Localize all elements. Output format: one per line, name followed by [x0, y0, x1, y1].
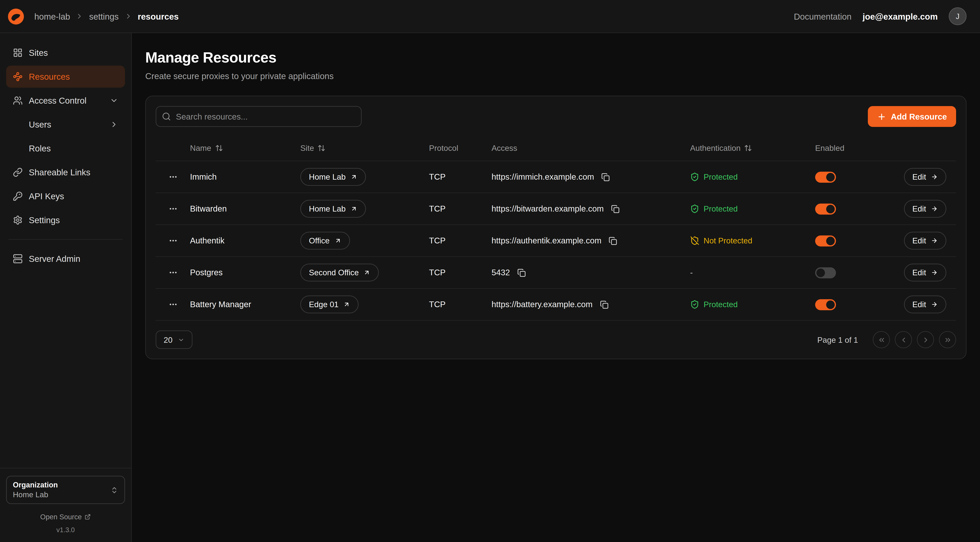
- edit-button[interactable]: Edit: [904, 200, 946, 218]
- auth-status: Not Protected: [690, 236, 815, 245]
- ellipsis-icon: [168, 236, 178, 245]
- user-email[interactable]: joe@example.com: [862, 11, 938, 21]
- arrow-right-icon: [931, 174, 938, 180]
- app-logo-icon[interactable]: [7, 8, 24, 25]
- column-header-name[interactable]: Name: [190, 143, 300, 153]
- protocol-value: TCP: [429, 268, 492, 277]
- enabled-toggle[interactable]: [815, 203, 836, 214]
- chevrons-up-down-icon: [110, 486, 118, 494]
- copy-button[interactable]: [516, 267, 527, 278]
- sidebar: Sites Resources Access Control Users Rol…: [0, 33, 132, 542]
- copy-button[interactable]: [610, 203, 621, 214]
- enabled-toggle[interactable]: [815, 267, 836, 278]
- row-menu-button[interactable]: [166, 202, 180, 216]
- column-header-site[interactable]: Site: [300, 143, 429, 153]
- resource-name: Postgres: [190, 268, 300, 277]
- last-page-button[interactable]: [939, 331, 956, 348]
- table-row: Postgres Second Office TCP 5432 - Edit: [156, 257, 956, 289]
- search-input[interactable]: [156, 106, 361, 127]
- sidebar-item-label: Access Control: [29, 96, 86, 105]
- row-menu-button[interactable]: [166, 297, 180, 311]
- waypoints-icon: [13, 72, 23, 81]
- sidebar-item-shareable-links[interactable]: Shareable Links: [6, 161, 125, 183]
- edit-button[interactable]: Edit: [904, 168, 946, 186]
- auth-status-label: Protected: [703, 204, 738, 214]
- site-link[interactable]: Home Lab: [300, 200, 366, 218]
- add-resource-button[interactable]: Add Resource: [868, 106, 956, 127]
- sidebar-item-users[interactable]: Users: [6, 113, 125, 136]
- breadcrumb-separator-icon: [76, 12, 84, 20]
- arrow-right-icon: [931, 269, 938, 276]
- access-url: https://battery.example.com: [492, 300, 592, 309]
- sort-icon: [215, 144, 223, 152]
- page-size-select[interactable]: 20: [156, 330, 192, 349]
- column-header-access: Access: [492, 143, 690, 153]
- gear-icon: [13, 215, 23, 225]
- arrow-right-icon: [931, 206, 938, 212]
- organization-label: Organization: [13, 481, 58, 489]
- first-page-button[interactable]: [873, 331, 890, 348]
- site-link[interactable]: Second Office: [300, 264, 379, 281]
- site-link-label: Office: [309, 236, 329, 245]
- plus-icon: [877, 112, 886, 121]
- topbar: home-lab settings resources Documentatio…: [0, 0, 980, 33]
- auth-status: -: [690, 268, 815, 277]
- edit-button[interactable]: Edit: [904, 295, 946, 313]
- table-header-row: Name Site Protocol Access: [156, 136, 956, 161]
- access-url: https://authentik.example.com: [492, 236, 601, 245]
- arrow-up-right-icon: [334, 237, 341, 244]
- row-menu-button[interactable]: [166, 266, 180, 280]
- sidebar-item-label: Shareable Links: [29, 167, 90, 177]
- copy-button[interactable]: [600, 172, 611, 182]
- open-source-link[interactable]: Open Source: [6, 513, 125, 521]
- protocol-value: TCP: [429, 300, 492, 309]
- arrow-up-right-icon: [350, 206, 357, 212]
- breadcrumb-settings[interactable]: settings: [89, 11, 119, 21]
- chevron-left-icon: [899, 336, 907, 344]
- avatar-initial: J: [956, 12, 959, 21]
- link-icon: [13, 167, 23, 177]
- shield-check-icon: [690, 300, 699, 309]
- sidebar-item-roles[interactable]: Roles: [6, 137, 125, 159]
- sidebar-item-access-control[interactable]: Access Control: [6, 89, 125, 112]
- copy-button[interactable]: [608, 235, 619, 246]
- sidebar-nav: Sites Resources Access Control Users Rol…: [0, 33, 131, 468]
- enabled-toggle[interactable]: [815, 235, 836, 246]
- arrow-right-icon: [931, 301, 938, 308]
- organization-selector[interactable]: Organization Home Lab: [6, 476, 125, 504]
- ellipsis-icon: [168, 300, 178, 309]
- row-menu-button[interactable]: [166, 234, 180, 248]
- page-subtitle: Create secure proxies to your private ap…: [145, 71, 967, 81]
- site-link[interactable]: Home Lab: [300, 168, 366, 186]
- copy-button[interactable]: [598, 299, 609, 310]
- edit-button[interactable]: Edit: [904, 232, 946, 250]
- sidebar-item-sites[interactable]: Sites: [6, 42, 125, 64]
- key-icon: [13, 191, 23, 201]
- site-link[interactable]: Office: [300, 232, 350, 250]
- row-menu-button[interactable]: [166, 170, 180, 184]
- sidebar-item-resources[interactable]: Resources: [6, 65, 125, 88]
- enabled-toggle[interactable]: [815, 299, 836, 310]
- column-header-label: Site: [300, 143, 314, 153]
- column-header-authentication[interactable]: Authentication: [690, 143, 815, 153]
- next-page-button[interactable]: [917, 331, 934, 348]
- site-link[interactable]: Edge 01: [300, 295, 359, 313]
- sidebar-item-settings[interactable]: Settings: [6, 209, 125, 231]
- enabled-toggle[interactable]: [815, 172, 836, 182]
- edit-button[interactable]: Edit: [904, 264, 946, 281]
- prev-page-button[interactable]: [895, 331, 912, 348]
- sidebar-item-api-keys[interactable]: API Keys: [6, 185, 125, 207]
- documentation-link[interactable]: Documentation: [794, 11, 852, 21]
- breadcrumb-separator-icon: [124, 12, 132, 20]
- sidebar-item-label: Sites: [29, 48, 48, 57]
- shield-check-icon: [690, 172, 699, 182]
- breadcrumb-org[interactable]: home-lab: [34, 11, 70, 21]
- sidebar-item-server-admin[interactable]: Server Admin: [6, 248, 125, 270]
- edit-button-label: Edit: [912, 300, 926, 309]
- page-label: Page 1 of 1: [818, 335, 858, 344]
- avatar[interactable]: J: [949, 7, 967, 25]
- copy-icon: [609, 236, 617, 245]
- external-link-icon: [85, 514, 91, 520]
- auth-status: Protected: [690, 172, 815, 182]
- sidebar-item-label: Users: [29, 120, 51, 129]
